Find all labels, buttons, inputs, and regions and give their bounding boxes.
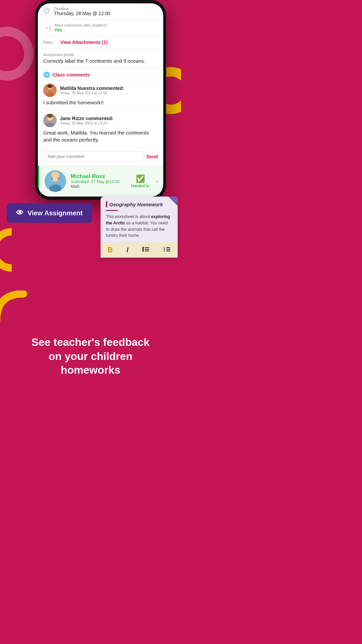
comment-1: Matilda Nuestra commented: Today, 28 May… (38, 80, 163, 110)
comment-2-header: Jane Rizzo commented: Today, 28 May 2021… (43, 114, 158, 127)
comment-input[interactable] (43, 151, 143, 162)
svg-rect-25 (166, 249, 170, 250)
svg-point-18 (142, 248, 144, 250)
student-card[interactable]: Michael Ross Submitted: 27 May @10:00 Ma… (38, 166, 163, 197)
class-comments-title: Class comments (53, 72, 90, 77)
files-row: Files: View Attachments (1) (38, 36, 163, 49)
hw-red-line (106, 210, 118, 211)
bottom-heading-line1: See teacher's feedback (32, 336, 150, 348)
bottom-heading-line3: homeworks (61, 364, 120, 376)
comment-2-meta: Jane Rizzo commented: Today, 28 May 2021… (60, 116, 113, 125)
bottom-heading-line2: on your children (49, 350, 133, 362)
avatar-jane (43, 114, 57, 127)
deadline-row: 🕐 Deadline: Thursday, 28 May @ 12:00 (38, 3, 163, 20)
comment-2-time: Today, 28 May 2021 at 13:20 (60, 121, 113, 125)
arrow-icon: →| (43, 24, 51, 32)
avatar-matilda (43, 84, 57, 97)
files-label: Files: (43, 40, 54, 45)
homework-toolbar: B I 1. 2. 3. (101, 242, 178, 258)
bottom-overlays: 👁 View Assignment Geography Homework Thi… (0, 197, 181, 290)
svg-point-15 (51, 172, 59, 177)
svg-point-4 (47, 85, 53, 88)
ordered-list-button[interactable]: 1. 2. 3. (163, 246, 171, 254)
allow-submission-row: →| Allow submission after deadline? Yes (38, 20, 163, 36)
deadline-label: Deadline: (54, 7, 158, 11)
allow-submission-content: Allow submission after deadline? Yes (54, 23, 158, 33)
comment-2-name: Jane Rizzo commented: (60, 116, 113, 121)
comment-1-meta: Matilda Nuestra commented: Today, 28 May… (60, 86, 124, 95)
comment-1-text: I submitted the homework!! (43, 99, 158, 106)
svg-rect-19 (145, 249, 149, 250)
view-assignment-button[interactable]: 👁 View Assignment (7, 203, 92, 223)
chevron-right-icon: › (156, 178, 158, 185)
decorative-arc-bottom (0, 290, 47, 324)
assignment-details-label: Assignment details (43, 53, 158, 57)
svg-point-20 (142, 250, 144, 252)
send-button[interactable]: Send (146, 154, 158, 159)
hw-body-start: This worksheet is about (106, 214, 151, 219)
handed-in-icon: ✅ (136, 174, 145, 183)
allow-submission-label: Allow submission after deadline? (54, 23, 158, 27)
comment-1-name: Matilda Nuestra commented: (60, 86, 124, 91)
deadline-content: Deadline: Thursday, 28 May @ 12:00 (54, 7, 158, 16)
decorative-circle-top-left (0, 27, 34, 80)
student-status: ✅ Handed In (131, 174, 149, 188)
unordered-list-button[interactable] (142, 246, 149, 254)
assignment-details-text: Correctly label the 7 continents and 5 o… (43, 58, 158, 64)
screen-content: 🕐 Deadline: Thursday, 28 May @ 12:00 →| … (38, 3, 163, 197)
view-assignment-label: View Assignment (27, 209, 83, 217)
globe-icon: 🌐 (43, 71, 50, 78)
svg-rect-17 (145, 247, 149, 248)
bottom-text-section: See teacher's feedback on your children … (0, 329, 181, 391)
italic-button[interactable]: I (127, 246, 129, 254)
handed-in-label: Handed In (131, 184, 149, 188)
comment-1-time: Today, 28 May 2021 at 12:56 (60, 91, 124, 95)
bottom-heading: See teacher's feedback on your children … (13, 335, 168, 377)
homework-title: Geography Homework (106, 201, 172, 207)
files-link[interactable]: View Attachments (1) (60, 40, 108, 45)
deadline-value: Thursday, 28 May @ 12:00 (54, 11, 158, 16)
comment-2: Jane Rizzo commented: Today, 28 May 2021… (38, 110, 163, 148)
comment-input-row: Send (38, 148, 163, 166)
homework-body: This worksheet is about exploring the Ar… (106, 214, 172, 242)
allow-submission-value: Yes (54, 27, 158, 33)
student-name: Michael Ross (71, 173, 127, 179)
svg-point-9 (47, 114, 53, 118)
class-comments-header: 🌐 Class comments (38, 68, 163, 80)
student-avatar (45, 170, 66, 192)
svg-point-16 (142, 247, 144, 248)
comment-1-header: Matilda Nuestra commented: Today, 28 May… (43, 84, 158, 97)
title-accent (106, 201, 107, 207)
bold-button[interactable]: B (108, 246, 113, 254)
svg-text:3.: 3. (164, 250, 166, 252)
clock-icon: 🕐 (43, 7, 51, 14)
student-subject: Math (71, 184, 127, 189)
homework-title-text: Geography Homework (109, 202, 163, 207)
student-submitted: Submitted: 27 May @10:00 (71, 179, 127, 184)
student-info: Michael Ross Submitted: 27 May @10:00 Ma… (71, 173, 127, 189)
svg-rect-27 (166, 251, 170, 252)
phone-frame: 🕐 Deadline: Thursday, 28 May @ 12:00 →| … (35, 0, 166, 200)
phone-mockup: 🕐 Deadline: Thursday, 28 May @ 12:00 →| … (35, 0, 166, 200)
homework-card: Geography Homework This worksheet is abo… (101, 197, 178, 258)
files-content: Files: View Attachments (1) (43, 40, 158, 45)
svg-rect-21 (145, 251, 149, 252)
svg-rect-23 (166, 247, 170, 248)
eye-icon: 👁 (16, 209, 23, 217)
assignment-details: Assignment details Correctly label the 7… (38, 49, 163, 68)
phone-screen: 🕐 Deadline: Thursday, 28 May @ 12:00 →| … (38, 3, 163, 197)
comment-2-text: Great work, Matilda. You learned the con… (43, 129, 158, 143)
